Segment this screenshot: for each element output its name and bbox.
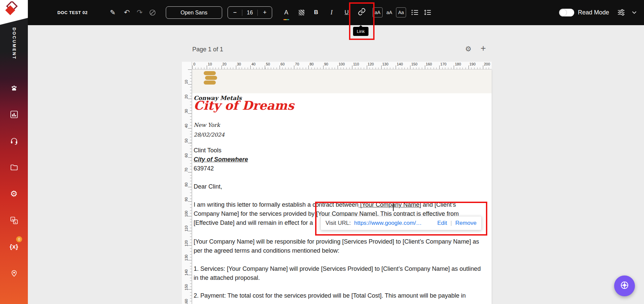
font-family-select[interactable]: Open Sans — [166, 6, 222, 19]
recipient-name[interactable]: Clint Tools — [194, 146, 248, 155]
font-size-value[interactable]: 16 — [242, 10, 258, 16]
vertical-ruler: 102030405060708090100110120130140150160 — [182, 62, 192, 304]
font-size-decrease-button[interactable]: − — [228, 9, 242, 16]
case-title-button[interactable]: Aa — [396, 7, 406, 17]
bold-button[interactable]: B — [310, 6, 322, 18]
text-color-button[interactable]: A — [280, 6, 292, 18]
highlight-icon — [299, 10, 304, 15]
remove-link-button[interactable]: Remove — [455, 220, 477, 226]
top-toolbar: DOC TEST 02 ✎ ↶ ↷ Open Sans − 16 + A B I… — [0, 0, 644, 25]
v-ruler-ticks — [188, 69, 192, 304]
formula-icon[interactable]: {x} — [9, 241, 19, 252]
sidebar-section-label: DOCUMENT — [12, 28, 16, 60]
edit-link-button[interactable]: Edit — [437, 220, 447, 226]
recipient-block[interactable]: Clint Tools City of Somewhere 639742 — [194, 146, 248, 173]
app-logo-icon — [3, 1, 19, 19]
redo-icon[interactable]: ↷ — [134, 6, 146, 18]
underline-button[interactable]: U — [341, 6, 353, 18]
document-title: DOC TEST 02 — [57, 10, 88, 15]
link-button[interactable] — [356, 6, 368, 18]
list-item-services[interactable]: 1. Services: [Your Company Name] will pr… — [194, 264, 481, 283]
folder-icon[interactable] — [9, 162, 19, 173]
h-ruler-ticks — [192, 65, 492, 69]
p2-line1[interactable]: [Your Company Name] will be responsible … — [194, 237, 479, 246]
page-indicator: Page 1 of 1 — [192, 46, 223, 53]
app-logo-banner[interactable] — [0, 0, 28, 25]
horizontal-ruler: 0102030405060708090100110120130140150160… — [192, 62, 492, 69]
svg-text:a: a — [14, 221, 16, 224]
map-pin-icon[interactable] — [9, 268, 19, 278]
link-url[interactable]: https://www.google.com/… — [354, 220, 422, 226]
help-wheel-icon — [620, 280, 630, 292]
chevron-down-icon[interactable] — [628, 6, 640, 18]
font-size-control: − 16 + — [228, 6, 272, 19]
highlight-button[interactable] — [295, 6, 307, 18]
list-item-payment[interactable]: 2. Payment: The total cost for the servi… — [194, 291, 466, 300]
recipient-company[interactable]: City of Somewhere — [194, 155, 248, 164]
link-tooltip: Link — [353, 27, 368, 36]
link-icon — [358, 8, 366, 17]
document-page[interactable]: Conway Metals City of Dreams New York 28… — [192, 69, 492, 304]
read-mode-label: Read Mode — [578, 9, 609, 16]
p1-text[interactable]: I am writing this letter to formally est… — [194, 201, 358, 208]
letterhead-title[interactable]: City of Dreams — [194, 101, 294, 110]
letterhead-logo — [201, 70, 219, 89]
chart-templates-icon[interactable] — [9, 109, 19, 120]
popup-divider: | — [450, 220, 452, 226]
italic-button[interactable]: I — [326, 6, 338, 18]
edit-pencil-icon[interactable]: ✎ — [107, 6, 119, 18]
p1-text[interactable]: and [Client’s — [421, 201, 456, 208]
read-mode-toggle[interactable] — [559, 9, 574, 16]
salutation[interactable]: Dear Clint, — [194, 182, 222, 191]
item1-line1[interactable]: 1. Services: [Your Company Name] will pr… — [194, 264, 481, 273]
add-page-icon[interactable]: + — [481, 43, 486, 54]
company-name-link[interactable]: [Your Company Name] — [358, 201, 421, 208]
font-size-increase-button[interactable]: + — [258, 9, 272, 16]
paw-icon[interactable] — [9, 83, 19, 94]
bullet-list-icon[interactable] — [409, 6, 421, 18]
item1-line2[interactable]: in the attached proposal. — [194, 273, 481, 283]
translate-icon[interactable]: Aa — [9, 215, 19, 226]
page-settings-gear-icon[interactable]: ⚙ — [465, 45, 472, 53]
case-small-caps-button[interactable]: aA — [373, 7, 383, 17]
case-mixed-button[interactable]: aA — [384, 7, 394, 17]
text-cursor — [393, 204, 394, 211]
validate-icon[interactable] — [146, 6, 158, 18]
svg-text:A: A — [12, 218, 14, 221]
p2-line2[interactable]: per the agreed terms and conditions ment… — [194, 246, 479, 255]
support-headset-icon[interactable] — [9, 136, 19, 146]
link-popup: Visit URL: https://www.google.com/… Edit… — [320, 216, 482, 230]
text-color-swatch — [284, 19, 289, 20]
letterhead-date[interactable]: 28/02/2024 — [194, 130, 225, 139]
gear-icon[interactable]: ⚙ — [9, 188, 19, 199]
undo-icon[interactable]: ↶ — [121, 6, 133, 18]
toggle-knob — [560, 9, 566, 16]
left-sidebar: DOCUMENT ⚙ Aa {x} 0 — [0, 0, 28, 304]
formula-badge: 0 — [16, 236, 22, 242]
adjustments-sliders-icon[interactable] — [615, 6, 627, 18]
letterhead-band — [192, 69, 492, 93]
recipient-ref-number[interactable]: 639742 — [194, 164, 248, 173]
help-fab-button[interactable] — [614, 275, 635, 296]
line-spacing-icon[interactable] — [422, 6, 434, 18]
letterhead-city[interactable]: New York — [194, 120, 220, 130]
paragraph-2[interactable]: [Your Company Name] will be responsible … — [194, 237, 479, 255]
visit-url-label: Visit URL: — [326, 220, 351, 226]
